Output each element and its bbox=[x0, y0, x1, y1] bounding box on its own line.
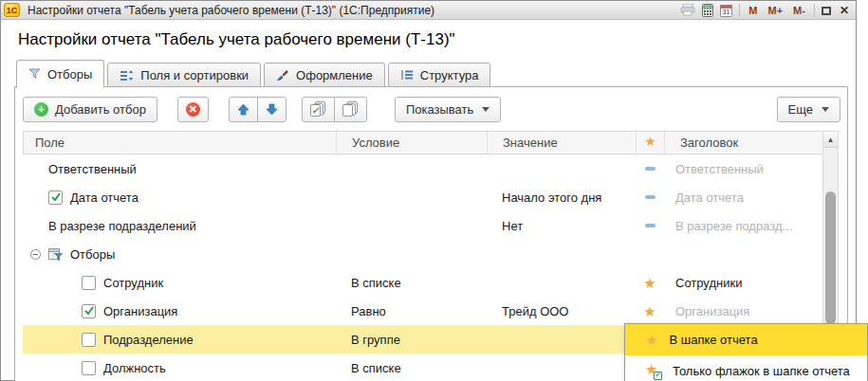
expander-icon[interactable] bbox=[30, 249, 41, 260]
row-value-cell[interactable] bbox=[487, 240, 636, 268]
row-checkbox[interactable] bbox=[48, 190, 63, 205]
move-up-button[interactable] bbox=[229, 97, 258, 122]
menu-item-label: Только флажок в шапке отчета bbox=[673, 364, 850, 378]
tab-label: Отборы bbox=[47, 67, 92, 82]
tab-otbory[interactable]: Отборы bbox=[16, 60, 104, 88]
row-checkbox[interactable] bbox=[82, 361, 96, 375]
table-row[interactable]: Дата отчета Начало этого дня Дата отчета bbox=[23, 183, 822, 211]
table-row[interactable]: Отборы bbox=[23, 240, 822, 268]
row-value-cell[interactable]: Начало этого дня bbox=[487, 183, 636, 211]
chevron-down-icon bbox=[822, 107, 829, 112]
tab-label: Оформление bbox=[296, 68, 373, 82]
row-field-label: Подразделение bbox=[103, 333, 194, 347]
column-header-field[interactable]: Поле bbox=[24, 132, 337, 154]
table-header: Поле Условие Значение ★ Заголовок bbox=[23, 131, 839, 154]
print-icon[interactable] bbox=[680, 4, 695, 16]
chevron-down-icon bbox=[482, 107, 489, 112]
row-condition-cell[interactable] bbox=[336, 183, 487, 211]
uncheck-all-button[interactable] bbox=[334, 97, 367, 122]
memory-recall-button[interactable]: M bbox=[747, 5, 759, 16]
app-logo-1c-icon: 1С bbox=[4, 3, 20, 17]
row-value-cell[interactable] bbox=[487, 268, 636, 297]
menu-item-label: В шапке отчета bbox=[669, 333, 757, 347]
window-titlebar: 1С Настройки отчета "Табель учета рабоче… bbox=[1, 1, 856, 20]
check-all-icon: ✓ bbox=[310, 101, 326, 117]
delete-filter-button[interactable]: ✕ bbox=[177, 97, 209, 122]
row-value-cell[interactable]: Нет bbox=[487, 211, 636, 240]
row-value-cell[interactable] bbox=[487, 325, 636, 354]
row-checkbox[interactable] bbox=[82, 304, 96, 318]
row-flag-cell[interactable]: ★ bbox=[636, 268, 664, 297]
titlebar-divider bbox=[814, 4, 815, 17]
filters-toolbar: + Добавить отбор ✕ ✓ bbox=[23, 96, 840, 122]
row-condition-cell[interactable]: В списке bbox=[336, 354, 487, 381]
svg-text:31: 31 bbox=[723, 9, 730, 15]
memory-add-button[interactable]: M+ bbox=[766, 5, 785, 16]
row-flag-cell[interactable] bbox=[636, 240, 664, 268]
row-condition-cell[interactable] bbox=[336, 211, 487, 240]
row-header-cell[interactable]: Ответственный bbox=[664, 154, 822, 183]
row-field-label: Отборы bbox=[70, 247, 115, 262]
row-header-cell[interactable]: Организация bbox=[664, 297, 822, 325]
row-checkbox[interactable] bbox=[82, 333, 96, 347]
maximize-button[interactable] bbox=[822, 2, 831, 19]
row-condition-cell[interactable] bbox=[336, 154, 487, 183]
arrow-down-icon bbox=[266, 103, 278, 116]
row-field-label: Должность bbox=[103, 361, 166, 375]
calendar-icon[interactable]: 31 bbox=[720, 4, 732, 17]
row-value-cell[interactable] bbox=[487, 354, 636, 381]
add-filter-button[interactable]: + Добавить отбор bbox=[23, 97, 157, 122]
check-all-button[interactable]: ✓ bbox=[302, 97, 335, 122]
table-row[interactable]: В разрезе подразделений Нет В разрезе по… bbox=[23, 211, 822, 240]
row-header-cell[interactable] bbox=[664, 240, 822, 268]
memory-subtract-button[interactable]: M- bbox=[791, 5, 807, 16]
plus-icon: + bbox=[34, 102, 48, 117]
column-header-condition[interactable]: Условие bbox=[337, 132, 488, 154]
row-value-cell[interactable] bbox=[487, 154, 636, 183]
row-flag-cell[interactable] bbox=[636, 211, 664, 240]
star-icon: ★ bbox=[645, 333, 657, 347]
scroll-up-button[interactable]: ▲ bbox=[823, 132, 838, 148]
brush-icon bbox=[276, 69, 289, 82]
row-condition-cell[interactable]: Равно bbox=[336, 297, 487, 325]
row-checkbox[interactable] bbox=[82, 276, 96, 290]
scrollbar-thumb[interactable] bbox=[825, 191, 836, 324]
row-flag-cell[interactable]: ★ bbox=[636, 297, 664, 325]
star-icon: ★ bbox=[643, 276, 656, 290]
funnel-icon bbox=[28, 68, 41, 80]
tab-polya-i-sortirovki[interactable]: Поля и сортировки bbox=[107, 63, 261, 87]
row-flag-cell[interactable] bbox=[636, 154, 664, 183]
column-header-flag-star-icon[interactable]: ★ bbox=[637, 132, 665, 154]
dash-icon bbox=[645, 167, 656, 171]
titlebar-divider bbox=[739, 4, 740, 17]
more-dropdown-button[interactable]: Еще bbox=[777, 97, 840, 122]
menu-item-in-header[interactable]: ★ В шапке отчета bbox=[625, 324, 867, 355]
table-row[interactable]: Ответственный Ответственный bbox=[23, 154, 822, 183]
column-header-value[interactable]: Значение bbox=[488, 132, 637, 154]
move-buttons-group bbox=[229, 97, 286, 122]
calculator-icon[interactable] bbox=[702, 4, 713, 17]
arrow-up-icon bbox=[237, 103, 249, 116]
table-row[interactable]: Сотрудник В списке ★ Сотрудники bbox=[23, 268, 822, 297]
row-condition-cell[interactable]: В списке bbox=[336, 268, 487, 297]
structure-icon bbox=[400, 69, 414, 81]
menu-item-flag-only-in-header[interactable]: ★✓ Только флажок в шапке отчета bbox=[625, 355, 867, 381]
row-condition-cell[interactable]: В группе bbox=[336, 325, 487, 354]
fields-sort-icon bbox=[120, 69, 134, 82]
column-header-title[interactable]: Заголовок bbox=[665, 132, 822, 154]
row-value-cell[interactable]: Трейд ООО bbox=[487, 297, 636, 325]
row-flag-cell[interactable] bbox=[636, 183, 664, 211]
row-condition-cell[interactable] bbox=[336, 240, 487, 268]
row-header-cell[interactable]: Сотрудники bbox=[664, 268, 822, 297]
page-title: Настройки отчета "Табель учета рабочего … bbox=[18, 30, 455, 49]
row-header-cell[interactable]: Дата отчета bbox=[664, 183, 822, 211]
tab-oformlenie[interactable]: Оформление bbox=[264, 63, 385, 87]
move-down-button[interactable] bbox=[257, 97, 286, 122]
tab-struktura[interactable]: Структура bbox=[388, 63, 491, 87]
row-header-cell[interactable]: В разрезе подразд... bbox=[664, 211, 822, 240]
row-field-label: В разрезе подразделений bbox=[48, 219, 196, 233]
show-dropdown-button[interactable]: Показывать bbox=[395, 97, 501, 122]
table-row[interactable]: Организация Равно Трейд ООО ★ Организаци… bbox=[23, 297, 822, 325]
tab-label: Поля и сортировки bbox=[140, 68, 249, 82]
close-button[interactable]: ✕ bbox=[838, 4, 851, 17]
